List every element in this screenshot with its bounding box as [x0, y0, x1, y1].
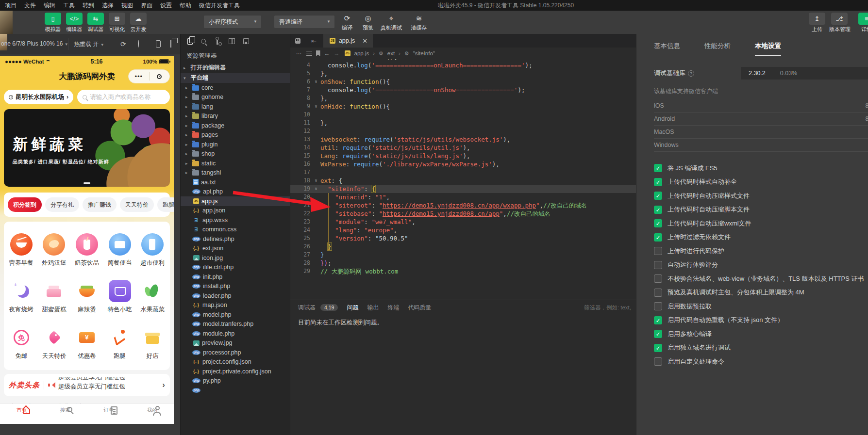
tree-item[interactable]	[181, 386, 290, 395]
toolbar-button[interactable]: ☁ 云开发	[128, 13, 149, 33]
checkbox[interactable]	[654, 344, 662, 352]
fold-icon[interactable]: ∨	[313, 185, 319, 193]
checkbox[interactable]	[654, 316, 662, 324]
outline-icon[interactable]	[306, 51, 312, 56]
tree-item[interactable]: ▸ package	[181, 121, 290, 130]
multi-window-icon[interactable]	[170, 40, 171, 48]
toolbar-button[interactable]: ⊞ 可视化	[107, 13, 127, 33]
checkbox[interactable]	[654, 206, 662, 214]
fold-icon[interactable]	[313, 168, 319, 177]
tab-code-quality[interactable]: 代码质量	[408, 304, 431, 312]
fold-icon[interactable]: ∨	[313, 102, 319, 111]
tree-item[interactable]: map.json	[181, 301, 290, 310]
menu-item[interactable]: 工具	[59, 1, 79, 10]
tab-problems[interactable]: 问题	[347, 304, 358, 312]
tree-item[interactable]: ▸ tangshi	[181, 168, 290, 178]
tree-item[interactable]: preview.jpg	[181, 338, 290, 348]
details-tab[interactable]: 基本信息	[654, 42, 680, 56]
search-icon[interactable]	[201, 39, 206, 44]
fold-icon[interactable]	[313, 160, 319, 168]
category-item[interactable]: 炸鸡汉堡	[38, 233, 71, 267]
checkbox[interactable]	[654, 164, 662, 172]
checkbox[interactable]	[654, 289, 662, 297]
back-icon[interactable]: ←	[324, 50, 330, 57]
checkbox[interactable]	[654, 192, 662, 200]
base-lib-select[interactable]: 2.30.2 0.03%	[741, 67, 868, 80]
checkbox[interactable]	[654, 261, 662, 269]
news-bar[interactable]: 外卖头条 超级会员立享无门槛红包 超级会员立享无门槛红包 ›	[4, 374, 170, 396]
category-item[interactable]: 天天特价	[38, 326, 71, 360]
tree-item[interactable]: ▸ core	[181, 83, 290, 93]
toolbar-button[interactable]: ▯ 模拟器	[43, 13, 63, 33]
fold-icon[interactable]: ∨	[313, 177, 319, 185]
code-area[interactable]: 3 onLaunch: function(){ 4 console.log('=…	[290, 59, 636, 300]
tree-item[interactable]: project.private.config.json	[181, 367, 290, 376]
fold-icon[interactable]	[313, 259, 319, 267]
hot-reload-toggle[interactable]: 热重载 开 ▼	[74, 40, 104, 48]
fold-icon[interactable]	[313, 242, 319, 251]
close-target-icon[interactable]	[150, 74, 170, 79]
checkbox[interactable]	[654, 330, 662, 338]
help-icon[interactable]: ?	[688, 70, 694, 77]
category-item[interactable]: 水果蔬菜	[136, 280, 169, 314]
tabbar-orders[interactable]: 订单	[87, 404, 131, 424]
fold-icon[interactable]	[313, 61, 319, 69]
tree-item[interactable]: ▸ shop	[181, 149, 290, 159]
fold-icon[interactable]	[313, 201, 319, 209]
split-editor-icon[interactable]	[229, 38, 235, 44]
tree-item[interactable]: app.json	[181, 206, 290, 216]
tree-item[interactable]: ▸ plugin	[181, 140, 290, 149]
tree-item[interactable]: ▸ library	[181, 112, 290, 121]
checkbox[interactable]	[654, 357, 662, 366]
menu-item[interactable]: 编辑	[40, 1, 59, 10]
menu-item[interactable]: 帮助	[176, 1, 195, 10]
tree-item[interactable]: module.php	[181, 329, 290, 338]
search-input[interactable]: 请输入商户或商品名称	[77, 90, 170, 104]
tree-item[interactable]: ▸ pages	[181, 130, 290, 140]
checkbox[interactable]	[654, 274, 662, 283]
pill-button[interactable]: 积分签到	[8, 197, 42, 212]
category-item[interactable]: 麻辣烫	[70, 280, 103, 314]
tabbar-home[interactable]: 首页	[0, 404, 44, 424]
category-item[interactable]: 简餐便当	[103, 233, 136, 267]
fold-icon[interactable]	[313, 86, 319, 94]
problems-filter[interactable]: 筛选器，例如: text,	[584, 304, 631, 311]
forward-icon[interactable]: →	[334, 50, 340, 57]
category-item[interactable]: 特色小吃	[103, 280, 136, 314]
tree-item[interactable]: app.wxss	[181, 215, 290, 225]
pill-button[interactable]: 推广赚钱	[83, 197, 117, 212]
bookmark-icon[interactable]	[316, 50, 320, 56]
tree-item[interactable]: install.php	[181, 282, 290, 291]
checkbox[interactable]	[654, 247, 662, 255]
tree-item[interactable]: processor.php	[181, 348, 290, 357]
section-platform[interactable]: ▾ 平台端	[181, 73, 290, 83]
phone-icon[interactable]	[156, 40, 161, 48]
category-item[interactable]: 好店	[136, 326, 169, 360]
category-item[interactable]: 奶茶饮品	[70, 233, 103, 267]
menu-item[interactable]: 设置	[156, 1, 176, 10]
category-item[interactable]: 优惠卷	[70, 326, 103, 360]
fold-icon[interactable]	[313, 234, 319, 242]
details-tab[interactable]: 性能分析	[704, 42, 731, 56]
fold-icon[interactable]: ∨	[313, 78, 319, 86]
tree-item[interactable]: loader.php	[181, 291, 290, 301]
compile-select[interactable]: 普通编译▼	[274, 16, 334, 28]
tree-item[interactable]: model.tranfers.php	[181, 320, 290, 329]
menu-item[interactable]: 转到	[79, 1, 98, 10]
category-item[interactable]: 跑腿	[103, 326, 136, 360]
menu-item[interactable]: 选择	[98, 1, 117, 10]
toolbar-action[interactable]: ≋ 清缓存	[407, 13, 431, 32]
pill-button[interactable]: 跑腿	[157, 197, 174, 212]
toolbar-right-button[interactable]: ↥ 上传	[807, 13, 827, 33]
checkbox[interactable]	[654, 302, 662, 310]
tree-item[interactable]: project.config.json	[181, 357, 290, 367]
pill-button[interactable]: 天天特价	[120, 197, 154, 212]
more-icon[interactable]: •••	[129, 70, 149, 83]
checkbox[interactable]	[654, 219, 662, 227]
banner-carousel[interactable]: 新鲜蔬菜 品类繁多/ 进口果蔬/ 彰显品位/ 绝对新鲜	[4, 109, 170, 187]
device-select[interactable]: one 6/7/8 Plus 100% 16 ▼	[1, 40, 68, 47]
fold-icon[interactable]	[313, 135, 319, 144]
toolbar-right-button[interactable]: ≡ 详情	[856, 13, 868, 33]
details-tab[interactable]: 本地设置	[755, 42, 781, 56]
tree-item[interactable]: ▸ gohome	[181, 93, 290, 102]
